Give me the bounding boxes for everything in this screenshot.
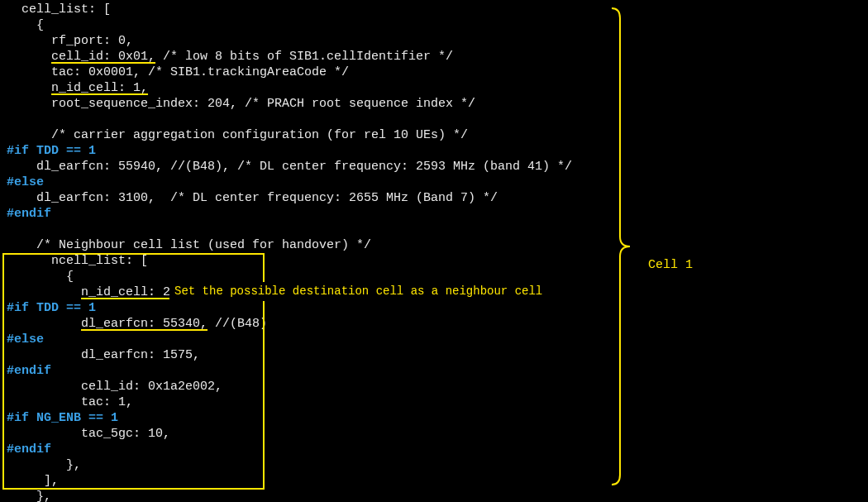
code-line: cell_id: 0x01, /* low 8 bits of SIB1.cel… <box>7 49 572 65</box>
code-line <box>7 112 572 127</box>
code-block: cell_list: [ { rf_port: 0, cell_id: 0x01… <box>7 2 572 502</box>
code-line: #endif <box>7 442 572 457</box>
code-line: #if TDD == 1 <box>7 300 572 316</box>
code-line: #else <box>7 175 572 190</box>
code-line: #else <box>7 332 572 347</box>
code-line: }, <box>7 489 572 502</box>
code-line: cell_list: [ <box>7 2 572 17</box>
code-line: tac_5gc: 10, <box>7 426 572 442</box>
code-line: tac: 1, <box>7 394 572 410</box>
code-line: dl_earfcn: 1575, <box>7 347 572 363</box>
code-line: dl_earfcn: 3100, /* DL center frequency:… <box>7 190 572 206</box>
code-line: dl_earfcn: 55340, //(B48) <box>7 316 572 332</box>
code-line <box>7 222 572 237</box>
code-line: }, <box>7 457 572 473</box>
annotation-text: Set the possible destination cell as a n… <box>169 282 547 301</box>
code-line: /* Neighbour cell list (used for handove… <box>7 237 572 253</box>
code-line: /* carrier aggregation configuration (fo… <box>7 127 572 143</box>
code-line: #if NG_ENB == 1 <box>7 410 572 426</box>
brace-label: Cell 1 <box>648 257 693 273</box>
code-line: dl_earfcn: 55940, //(B48), /* DL center … <box>7 159 572 175</box>
code-line: n_id_cell: 1, <box>7 80 572 96</box>
code-line: ], <box>7 473 572 489</box>
code-line: cell_id: 0x1a2e002, <box>7 379 572 394</box>
code-line: #endif <box>7 206 572 222</box>
curly-brace-icon <box>608 7 633 486</box>
code-line: #endif <box>7 363 572 379</box>
code-line: { <box>7 17 572 33</box>
code-line: tac: 0x0001, /* SIB1.trackingAreaCode */ <box>7 65 572 80</box>
code-line: root_sequence_index: 204, /* PRACH root … <box>7 96 572 112</box>
code-line: #if TDD == 1 <box>7 143 572 159</box>
code-line: rf_port: 0, <box>7 33 572 49</box>
code-line: ncell_list: [ <box>7 253 572 269</box>
